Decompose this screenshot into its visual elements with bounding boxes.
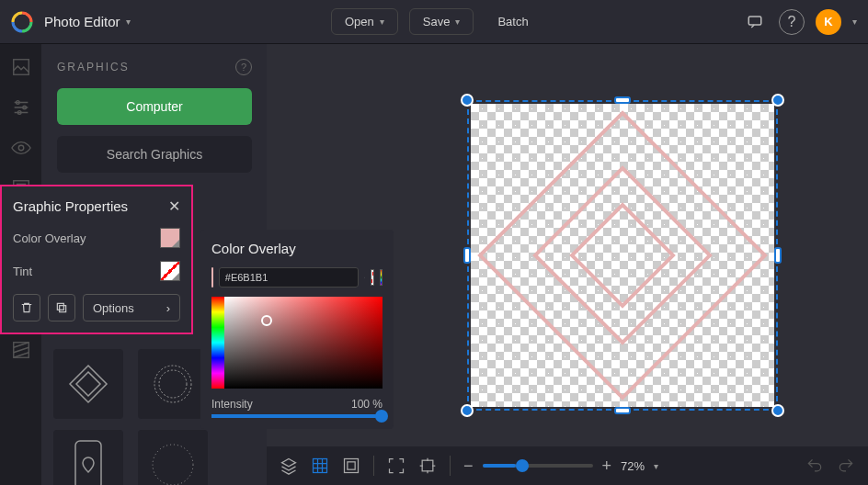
app-title-label: Photo Editor [44, 14, 120, 29]
svg-rect-16 [75, 441, 101, 485]
undo-icon[interactable] [805, 457, 824, 475]
svg-rect-19 [345, 459, 359, 473]
color-input-row [211, 267, 383, 288]
zoom-value: 72% [621, 459, 645, 473]
eyedropper-icon[interactable] [364, 268, 366, 287]
intensity-label: Intensity [211, 398, 253, 411]
panel-title: Graphic Properties [13, 198, 128, 214]
zoom-slider-wrap: − + 72% ▾ [463, 457, 658, 476]
duplicate-button[interactable] [48, 294, 75, 321]
graphic-thumb[interactable] [53, 430, 123, 485]
delete-button[interactable] [13, 294, 40, 321]
tint-label: Tint [13, 265, 32, 278]
sliders-icon[interactable] [11, 97, 31, 118]
canvas-icon[interactable] [342, 457, 360, 475]
help-icon[interactable]: ? [235, 59, 252, 75]
graphic-shape[interactable] [471, 104, 774, 407]
eye-icon[interactable] [11, 138, 31, 158]
slider-thumb[interactable] [375, 410, 388, 423]
hue-slider[interactable] [211, 297, 224, 389]
chevron-down-icon: ▾ [455, 17, 460, 27]
panel-header: Graphic Properties ✕ [13, 197, 180, 215]
avatar[interactable]: K [816, 9, 841, 35]
image-icon[interactable] [11, 57, 31, 77]
svg-rect-21 [422, 460, 433, 471]
topbar: Photo Editor ▾ Open▾ Save▾ Batch ? K ▾ [0, 0, 868, 44]
intensity-slider[interactable] [211, 414, 383, 418]
no-color-icon[interactable] [371, 269, 373, 286]
search-graphics-button[interactable]: Search Graphics [57, 136, 252, 173]
intensity-value: 100 % [351, 398, 383, 411]
bottombar: − + 72% ▾ [267, 446, 868, 485]
svg-rect-1 [748, 17, 761, 25]
close-icon[interactable]: ✕ [168, 197, 180, 215]
chevron-right-icon: › [166, 301, 170, 315]
color-panel-title: Color Overlay [211, 241, 383, 256]
panel-actions: Options› [13, 294, 180, 321]
svg-rect-12 [60, 306, 66, 312]
zoom-out-icon[interactable]: − [463, 457, 474, 476]
chevron-down-icon: ▾ [380, 17, 384, 27]
help-icon[interactable]: ? [779, 9, 805, 35]
sv-thumb[interactable] [261, 315, 272, 326]
tint-row[interactable]: Tint [13, 261, 180, 281]
topbar-right: ? K ▾ [742, 9, 857, 35]
sidebar-header: GRAPHICS ? [57, 59, 252, 75]
resize-handle[interactable] [774, 247, 782, 264]
graphic-properties-panel: Graphic Properties ✕ Color Overlay Tint … [0, 185, 193, 334]
app-logo [11, 11, 33, 33]
color-overlay-label: Color Overlay [13, 231, 86, 245]
graphics-thumbnails [53, 349, 208, 419]
svg-rect-2 [13, 60, 29, 75]
resize-handle[interactable] [463, 247, 471, 264]
texture-icon[interactable] [11, 340, 31, 360]
options-button[interactable]: Options› [83, 294, 180, 321]
resize-handle[interactable] [614, 407, 631, 414]
batch-button[interactable]: Batch [485, 8, 541, 35]
fit-icon[interactable] [387, 457, 405, 475]
save-button[interactable]: Save▾ [409, 8, 474, 35]
grid-icon[interactable] [311, 457, 329, 475]
svg-point-15 [159, 370, 187, 398]
svg-rect-20 [348, 462, 355, 469]
app-title-dropdown[interactable]: Photo Editor ▾ [44, 14, 131, 29]
zoom-in-icon[interactable]: + [602, 457, 612, 476]
svg-rect-18 [314, 459, 327, 473]
computer-button[interactable]: Computer [57, 88, 252, 125]
zoom-slider[interactable] [483, 464, 593, 468]
graphics-thumbnails-2 [53, 430, 208, 485]
svg-point-17 [153, 445, 193, 485]
open-button[interactable]: Open▾ [331, 8, 398, 35]
chevron-down-icon[interactable]: ▾ [654, 461, 658, 471]
sidebar-title: GRAPHICS [57, 61, 130, 73]
intensity-row: Intensity 100 % [211, 398, 383, 411]
layers-icon[interactable] [280, 457, 298, 475]
hex-input[interactable] [219, 267, 359, 288]
svg-point-14 [154, 366, 191, 402]
tint-swatch[interactable] [160, 261, 180, 281]
color-overlay-row[interactable]: Color Overlay [13, 228, 180, 248]
color-overlay-panel: Color Overlay Intensity 100 % [200, 230, 394, 429]
canvas[interactable] [471, 104, 774, 407]
svg-point-6 [18, 145, 24, 151]
redo-icon[interactable] [837, 457, 855, 475]
slider-thumb[interactable] [516, 459, 529, 472]
color-picker-icon[interactable] [380, 269, 383, 286]
graphic-thumb[interactable] [138, 349, 208, 419]
actual-size-icon[interactable] [418, 457, 437, 475]
topbar-center: Open▾ Save▾ Batch [331, 8, 542, 35]
feedback-icon[interactable] [742, 9, 768, 35]
graphic-thumb[interactable] [138, 430, 208, 485]
resize-handle[interactable] [614, 96, 631, 104]
saturation-value-area[interactable] [224, 297, 383, 389]
graphic-thumb[interactable] [53, 349, 123, 419]
chevron-down-icon[interactable]: ▾ [852, 17, 857, 27]
color-gradient[interactable] [211, 297, 383, 389]
color-overlay-swatch[interactable] [160, 228, 180, 248]
current-color-swatch[interactable] [211, 267, 213, 288]
chevron-down-icon: ▾ [126, 17, 131, 27]
svg-rect-13 [57, 303, 63, 310]
